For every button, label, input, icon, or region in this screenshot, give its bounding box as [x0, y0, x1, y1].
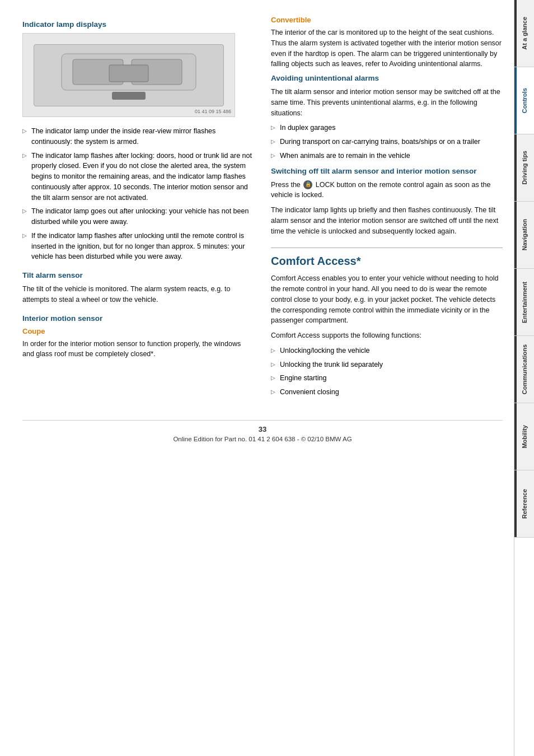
sidebar-tab-label-entertainment: Entertainment: [521, 282, 528, 323]
lock-icon: 🔒: [303, 180, 312, 189]
sidebar-tab-label-controls: Controls: [521, 88, 528, 113]
sidebar-tab-label-glance: At a glance: [521, 17, 528, 50]
sidebar-tab-bar-controls: [514, 67, 517, 134]
car-svg: [50, 48, 207, 101]
tilt-heading: Tilt alarm sensor: [22, 271, 254, 279]
comfort-text1: Comfort Access enables you to enter your…: [271, 273, 503, 326]
sidebar-tab-entertainment[interactable]: Entertainment: [514, 269, 534, 336]
right-column: Convertible The interior of the car is m…: [271, 11, 503, 403]
indicator-image: 01 41 09 15 486: [22, 33, 235, 117]
sidebar-tab-bar-mobility: [514, 403, 517, 470]
sidebar-tab-label-reference: Reference: [521, 489, 528, 519]
comfort-triangle-3: ▷: [271, 374, 275, 382]
svg-rect-4: [112, 92, 146, 100]
coupe-text: In order for the interior motion sensor …: [22, 339, 254, 360]
sidebar-tab-bar-driving: [514, 134, 517, 201]
comfort-triangle-4: ▷: [271, 388, 275, 396]
switching-section: Switching off tilt alarm sensor and inte…: [271, 167, 503, 237]
bullet-triangle-4: ▷: [22, 231, 27, 240]
bullet-triangle-1: ▷: [22, 127, 27, 135]
switching-heading: Switching off tilt alarm sensor and inte…: [271, 167, 503, 175]
sidebar-tab-mobility[interactable]: Mobility: [514, 403, 534, 470]
interior-section: Interior motion sensor Coupe In order fo…: [22, 314, 254, 360]
avoiding-triangle-2: ▷: [271, 137, 275, 146]
interior-heading: Interior motion sensor: [22, 314, 254, 323]
comfort-bullet-2: ▷ Unlocking the trunk lid separately: [271, 360, 503, 370]
comfort-bullets: ▷ Unlocking/locking the vehicle ▷ Unlock…: [271, 346, 503, 398]
comfort-access-section: Comfort Access* Comfort Access enables y…: [271, 248, 503, 398]
avoiding-heading: Avoiding unintentional alarms: [271, 74, 503, 82]
image-caption: 01 41 09 15 486: [195, 109, 231, 114]
comfort-triangle-1: ▷: [271, 346, 275, 354]
convertible-section: Convertible The interior of the car is m…: [271, 16, 503, 69]
tilt-section: Tilt alarm sensor The tilt of the vehicl…: [22, 271, 254, 305]
sidebar-tab-controls[interactable]: Controls: [514, 67, 534, 134]
avoiding-bullet-3: ▷ When animals are to remain in the vehi…: [271, 151, 503, 161]
comfort-bullet-1: ▷ Unlocking/locking the vehicle: [271, 346, 503, 356]
sidebar-tab-navigation[interactable]: Navigation: [514, 202, 534, 269]
comfort-triangle-2: ▷: [271, 360, 275, 368]
sidebar-tab-bar-glance: [514, 0, 517, 67]
page-number: 33: [22, 425, 503, 433]
page-footer: 33 Online Edition for Part no. 01 41 2 6…: [22, 420, 503, 442]
switching-para1: Press the 🔒 LOCK button on the remote co…: [271, 180, 503, 201]
car-image-inner: [34, 44, 224, 106]
indicator-heading: Indicator lamp displays: [22, 20, 254, 29]
svg-rect-3: [109, 65, 148, 82]
sidebar-tab-bar-reference: [514, 470, 517, 537]
bullet-triangle-2: ▷: [22, 151, 27, 160]
sidebar-tab-bar-communications: [514, 336, 517, 403]
indicator-section: Indicator lamp displays: [22, 20, 254, 262]
sidebar-tab-bar-navigation: [514, 202, 517, 268]
comfort-heading: Comfort Access*: [271, 248, 503, 268]
bullet-item-2: ▷ The indicator lamp flashes after locki…: [22, 151, 254, 203]
avoiding-bullet-2: ▷ During transport on car-carrying train…: [271, 137, 503, 147]
avoiding-bullets: ▷ In duplex garages ▷ During transport o…: [271, 123, 503, 161]
sidebar-tab-communications[interactable]: Communications: [514, 336, 534, 403]
sidebar-tab-label-navigation: Navigation: [521, 219, 528, 250]
avoiding-triangle-3: ▷: [271, 151, 275, 160]
bullet-item-3: ▷ The indicator lamp goes out after unlo…: [22, 206, 254, 227]
left-column: Indicator lamp displays: [22, 11, 254, 403]
convertible-text: The interior of the car is monitored up …: [271, 27, 503, 69]
sidebar-tab-reference[interactable]: Reference: [514, 470, 534, 538]
footer-text: Online Edition for Part no. 01 41 2 604 …: [173, 436, 352, 442]
sidebar-tab-label-mobility: Mobility: [521, 425, 528, 449]
sidebar-tab-bar-entertainment: [514, 269, 517, 335]
comfort-text2: Comfort Access supports the following fu…: [271, 330, 503, 341]
sidebar-tab-label-communications: Communications: [521, 344, 528, 394]
switching-para2: The indicator lamp lights up briefly and…: [271, 205, 503, 236]
sidebar-tabs: At a glance Controls Driving tips Naviga…: [514, 0, 534, 756]
sidebar-tab-driving[interactable]: Driving tips: [514, 134, 534, 202]
sidebar-tab-label-driving: Driving tips: [521, 151, 528, 185]
avoiding-text: The tilt alarm sensor and interior motio…: [271, 87, 503, 118]
bullet-item-4: ▷ If the indicator lamp flashes after un…: [22, 231, 254, 262]
sidebar-tab-at-a-glance[interactable]: At a glance: [514, 0, 534, 67]
bullet-item-1: ▷ The indicator lamp under the inside re…: [22, 126, 254, 147]
tilt-text: The tilt of the vehicle is monitored. Th…: [22, 284, 254, 305]
avoiding-triangle-1: ▷: [271, 123, 275, 132]
avoiding-bullet-1: ▷ In duplex garages: [271, 123, 503, 133]
comfort-bullet-4: ▷ Convenient closing: [271, 387, 503, 398]
coupe-subheading: Coupe: [22, 327, 254, 335]
convertible-heading: Convertible: [271, 16, 503, 24]
bullet-triangle-3: ▷: [22, 207, 27, 215]
comfort-bullet-3: ▷ Engine starting: [271, 373, 503, 384]
indicator-bullets: ▷ The indicator lamp under the inside re…: [22, 126, 254, 262]
avoiding-section: Avoiding unintentional alarms The tilt a…: [271, 74, 503, 161]
